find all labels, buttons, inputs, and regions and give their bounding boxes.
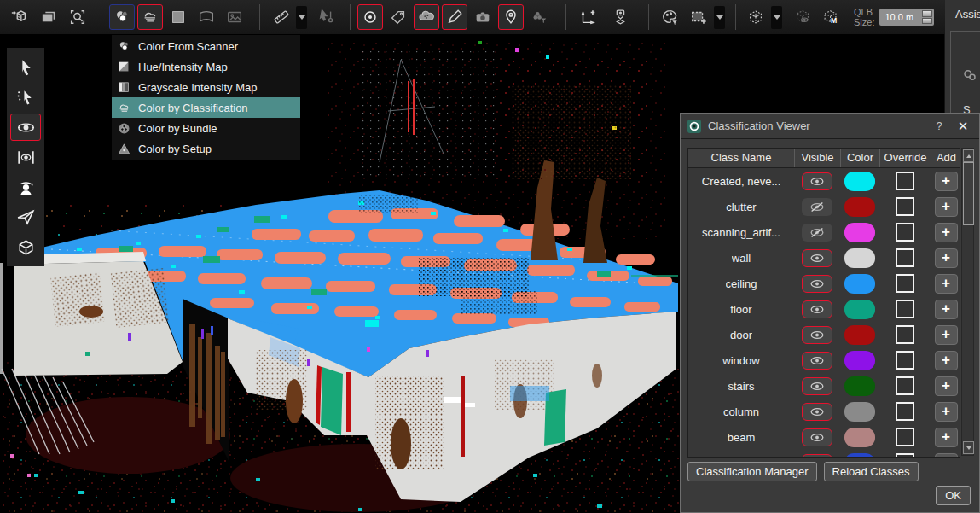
add-class-button[interactable]: +: [935, 376, 958, 396]
add-class-button[interactable]: +: [935, 274, 958, 294]
class-color-swatch[interactable]: [844, 351, 875, 370]
ruler-dropdown-icon[interactable]: [296, 6, 307, 29]
override-checkbox[interactable]: [896, 274, 914, 293]
visibility-toggle[interactable]: [802, 428, 832, 446]
limit-circle-icon[interactable]: [357, 4, 383, 30]
add-class-button[interactable]: +: [935, 300, 958, 319]
class-color-swatch[interactable]: [844, 376, 875, 396]
visibility-toggle[interactable]: [802, 300, 832, 318]
point-cloud-color-mode-icon[interactable]: [137, 4, 163, 30]
class-color-swatch[interactable]: [844, 197, 875, 217]
override-checkbox[interactable]: [896, 453, 914, 458]
class-color-swatch[interactable]: [844, 223, 875, 242]
selection-box-add-icon[interactable]: [686, 4, 711, 30]
class-color-swatch[interactable]: [844, 300, 875, 319]
bundle-filter-icon[interactable]: [526, 4, 552, 30]
add-class-button[interactable]: +: [935, 428, 958, 447]
add-class-button[interactable]: +: [935, 172, 958, 191]
classification-manager-button[interactable]: Classification Manager: [687, 462, 817, 481]
look-around-tool-icon[interactable]: [10, 173, 41, 201]
visibility-toggle[interactable]: [802, 352, 832, 370]
scroll-up-icon[interactable]: [963, 149, 974, 162]
add-class-button[interactable]: +: [935, 325, 958, 345]
close-icon[interactable]: ✕: [954, 119, 972, 134]
add-class-button[interactable]: +: [935, 248, 958, 268]
class-color-swatch[interactable]: [844, 325, 875, 345]
add-class-button[interactable]: +: [935, 351, 958, 370]
fly-tool-icon[interactable]: [10, 203, 41, 230]
select-tool-icon[interactable]: [10, 54, 41, 81]
zoom-selection-icon[interactable]: [65, 4, 90, 30]
view-cube-tool-icon[interactable]: [10, 233, 41, 260]
override-checkbox[interactable]: [896, 197, 914, 216]
marker-pen-icon[interactable]: [442, 4, 467, 30]
tag-icon[interactable]: [386, 4, 411, 30]
visibility-toggle[interactable]: [802, 249, 832, 267]
scroll-down-icon[interactable]: [963, 441, 974, 454]
selection-dropdown-icon[interactable]: [714, 6, 725, 29]
menu-item-hue-intensity-map[interactable]: Hue/Intensity Map: [112, 56, 300, 77]
qlb-size-spinner[interactable]: [922, 10, 932, 24]
constrained-orbit-tool-icon[interactable]: [10, 143, 41, 171]
class-color-swatch[interactable]: [844, 453, 875, 458]
visibility-toggle[interactable]: [802, 454, 832, 458]
visibility-toggle[interactable]: [802, 275, 832, 293]
menu-item-color-from-scanner[interactable]: Color From Scanner: [112, 36, 300, 56]
qlb-size-input[interactable]: 10.0 m: [879, 9, 934, 26]
add-class-button[interactable]: +: [935, 197, 958, 217]
menu-item-color-by-bundle[interactable]: Color by Bundle: [112, 118, 300, 138]
table-scrollbar[interactable]: [961, 148, 974, 456]
override-checkbox[interactable]: [896, 325, 914, 344]
override-checkbox[interactable]: [896, 172, 914, 190]
menu-item-color-by-classification[interactable]: Color by Classification: [112, 97, 300, 118]
import-project-icon[interactable]: [7, 4, 32, 30]
solid-color-icon[interactable]: [165, 4, 191, 30]
add-class-button[interactable]: +: [935, 402, 958, 422]
visibility-toggle[interactable]: [802, 377, 832, 395]
visibility-toggle[interactable]: [802, 403, 832, 421]
class-color-swatch[interactable]: [844, 172, 875, 191]
setup-to-view-icon[interactable]: [607, 4, 633, 30]
clip-box-dropdown-icon[interactable]: [771, 6, 782, 29]
geo-pin-icon[interactable]: [498, 4, 524, 30]
visibility-toggle[interactable]: [802, 198, 832, 216]
image-icon[interactable]: [222, 4, 247, 30]
menu-item-color-by-setup[interactable]: Color by Setup: [112, 138, 300, 159]
override-checkbox[interactable]: [896, 300, 914, 318]
class-color-swatch[interactable]: [844, 402, 875, 422]
menu-item-grayscale-intensity-map[interactable]: Grayscale Intensity Map: [112, 77, 300, 97]
reload-classes-button[interactable]: Reload Classes: [824, 462, 919, 481]
camera-icon[interactable]: [470, 4, 496, 30]
cursor-temperature-icon[interactable]: [314, 4, 339, 30]
visibility-toggle[interactable]: [802, 224, 832, 242]
override-checkbox[interactable]: [896, 402, 914, 421]
class-color-swatch[interactable]: [844, 248, 875, 268]
duplicate-view-icon[interactable]: [36, 4, 61, 30]
clip-box-m-icon[interactable]: M: [818, 4, 844, 30]
select-points-tool-icon[interactable]: [10, 84, 41, 111]
add-axes-icon[interactable]: [575, 4, 600, 30]
panorama-icon[interactable]: [194, 4, 219, 30]
visibility-toggle[interactable]: [802, 326, 832, 344]
add-class-button[interactable]: +: [935, 223, 958, 242]
cloud-points-icon[interactable]: [414, 4, 439, 30]
scrollbar-thumb[interactable]: [963, 162, 974, 225]
help-button[interactable]: ?: [931, 120, 947, 132]
override-checkbox[interactable]: [896, 248, 914, 267]
palette-filter-icon[interactable]: [658, 4, 683, 30]
orbit-tool-icon[interactable]: [10, 114, 41, 141]
clip-box-visibility-icon[interactable]: [790, 4, 815, 30]
ruler-icon[interactable]: [269, 4, 294, 30]
clip-box-icon[interactable]: [743, 4, 768, 30]
visibility-toggle[interactable]: [802, 172, 832, 190]
override-checkbox[interactable]: [896, 376, 914, 395]
override-checkbox[interactable]: [896, 223, 914, 242]
ok-button[interactable]: OK: [936, 486, 971, 505]
add-class-button[interactable]: +: [935, 453, 958, 458]
viewport-3d[interactable]: [0, 34, 680, 513]
override-checkbox[interactable]: [896, 428, 914, 446]
color-from-scanner-icon[interactable]: [109, 4, 135, 30]
override-checkbox[interactable]: [896, 351, 914, 370]
class-color-swatch[interactable]: [844, 274, 875, 294]
class-color-swatch[interactable]: [844, 428, 875, 447]
